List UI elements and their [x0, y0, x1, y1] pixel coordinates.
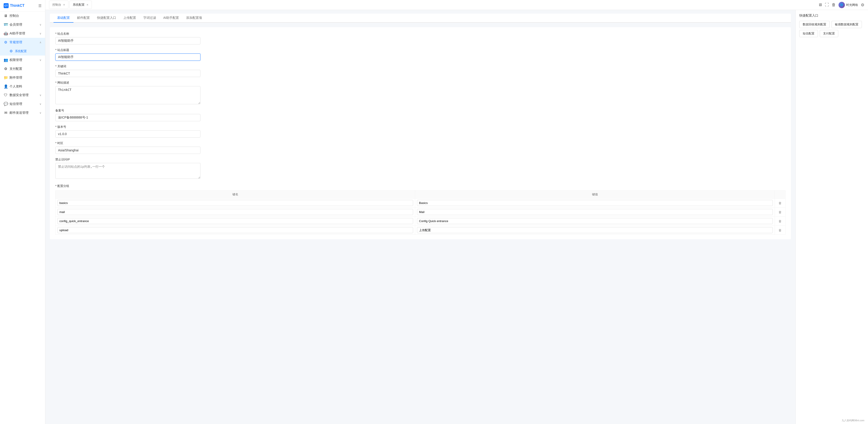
main-area: 控制台 ✕ 系统配置 ✕ 🖥 ⛶ 🗑 🌐 时光网络 ⚙ 基础配置 邮件配置	[45, 0, 868, 424]
config-value-input-3[interactable]	[417, 227, 773, 233]
config-table: 键名 键值 🗑 🗑 🗑 🗑	[55, 190, 785, 235]
config-key-input-1[interactable]	[57, 209, 413, 215]
payment-icon: ⚙	[4, 67, 8, 71]
config-value-input-0[interactable]	[417, 200, 773, 206]
config-value-input-1[interactable]	[417, 209, 773, 215]
chevron-down-icon: ∨	[39, 111, 41, 115]
sidebar-item-system-config[interactable]: ⚙ 系统配置	[0, 47, 45, 56]
table-row: 🗑	[56, 198, 785, 207]
sms-icon: 💬	[4, 102, 8, 106]
sidebar-item-sms[interactable]: 💬 短信管理 ∨	[0, 99, 45, 108]
sub-nav-basics[interactable]: 基础配置	[54, 13, 73, 23]
main-content: 基础配置 邮件配置 快捷配置入口 上传配置 字词过滤 AI助手配置 添加配置项 …	[45, 10, 796, 424]
chevron-down-icon: ∨	[39, 59, 41, 62]
permission-icon: 👥	[4, 58, 8, 62]
config-key-input-3[interactable]	[57, 227, 413, 233]
sidebar-item-console-label: 控制台	[9, 14, 19, 18]
console-icon: 🖥	[4, 14, 8, 18]
sidebar-item-datasecurity[interactable]: 🛡 数据安全管理 ∨	[0, 91, 45, 99]
sidebar-item-general[interactable]: ⚙ 常规管理 ∧	[0, 38, 45, 47]
sub-nav-quick-entrance[interactable]: 快捷配置入口	[93, 13, 120, 23]
sidebar-item-sms-label: 短信管理	[9, 102, 22, 106]
footer-text: 九八首码网98nl.com	[842, 419, 864, 422]
sidebar: CT ThinkCT ☰ 🖥 控制台 🪪 会员管理 ∨ 🤖 AI助手管理 ∨ ⚙…	[0, 0, 45, 424]
sub-nav-word-filter[interactable]: 字词过滤	[140, 13, 160, 23]
delete-row-icon-0[interactable]: 🗑	[777, 200, 783, 206]
menu-toggle-icon[interactable]: ☰	[38, 4, 41, 8]
sidebar-item-ai[interactable]: 🤖 AI助手管理 ∨	[0, 29, 45, 38]
sidebar-item-email[interactable]: ✉ 邮件发送管理 ∨	[0, 108, 45, 117]
quick-btn-0[interactable]: 数据回收规则配置	[799, 21, 830, 28]
form-group-timezone: * 时区	[55, 141, 200, 154]
ban-ip-textarea[interactable]	[55, 163, 200, 179]
fullscreen-icon[interactable]: ⛶	[825, 2, 829, 7]
beian-label: 备案号	[55, 108, 200, 112]
quick-btn-1[interactable]: 敏感数据规则配置	[832, 21, 862, 28]
logo-icon: CT	[4, 3, 9, 8]
delete-row-icon-2[interactable]: 🗑	[777, 219, 783, 224]
keywords-label: * 关键词	[55, 64, 200, 68]
description-label: * 网站描述	[55, 81, 200, 85]
table-key-header: 键名	[56, 191, 415, 198]
sub-nav-add-config[interactable]: 添加配置项	[183, 13, 206, 23]
sidebar-item-general-label: 常规管理	[9, 40, 22, 44]
sidebar-item-payment[interactable]: ⚙ 支付配置	[0, 64, 45, 73]
sub-nav-mail[interactable]: 邮件配置	[73, 13, 93, 23]
config-key-input-0[interactable]	[57, 200, 413, 206]
form-group-description: * 网站描述 ThinkCT	[55, 81, 200, 105]
general-icon: ⚙	[4, 40, 8, 44]
user-name: 时光网络	[846, 3, 858, 7]
sidebar-item-datasecurity-label: 数据安全管理	[9, 93, 29, 97]
quick-btn-3[interactable]: 支付配置	[820, 30, 838, 37]
ai-icon: 🤖	[4, 31, 8, 36]
right-panel: 快捷配置入口 数据回收规则配置敏感数据规则配置短信配置支付配置	[796, 10, 868, 424]
sidebar-item-member[interactable]: 🪪 会员管理 ∨	[0, 20, 45, 29]
sidebar-item-profile[interactable]: 👤 个人资料	[0, 82, 45, 91]
table-action-header	[775, 191, 785, 198]
beian-input[interactable]	[55, 114, 200, 121]
config-key-input-2[interactable]	[57, 218, 413, 224]
member-icon: 🪪	[4, 23, 8, 27]
monitor-icon[interactable]: 🖥	[818, 2, 822, 7]
keywords-input[interactable]	[55, 70, 200, 77]
sidebar-item-attachment-label: 附件管理	[9, 76, 22, 80]
sidebar-item-system-config-label: 系统配置	[15, 49, 27, 53]
sub-nav-ai-config[interactable]: AI助手配置	[160, 13, 183, 23]
config-value-input-2[interactable]	[417, 218, 773, 224]
form-group-site-title: * 站点标题	[55, 48, 200, 61]
profile-icon: 👤	[4, 84, 8, 89]
tab-system-config[interactable]: 系统配置 ✕	[69, 1, 92, 9]
timezone-input[interactable]	[55, 146, 200, 154]
logo-text: ThinkCT	[10, 4, 25, 8]
chevron-down-icon: ∨	[39, 94, 41, 97]
site-name-input[interactable]	[55, 37, 200, 44]
tab-console-close[interactable]: ✕	[63, 3, 65, 6]
tab-console[interactable]: 控制台 ✕	[49, 1, 68, 9]
chevron-down-icon: ∨	[39, 102, 41, 106]
quick-btn-2[interactable]: 短信配置	[799, 30, 818, 37]
tab-system-config-close[interactable]: ✕	[86, 3, 88, 6]
settings-icon[interactable]: ⚙	[861, 2, 864, 7]
delete-icon[interactable]: 🗑	[832, 2, 836, 7]
description-textarea[interactable]: ThinkCT	[55, 86, 200, 104]
attachment-icon: 📁	[4, 75, 8, 80]
sidebar-item-console[interactable]: 🖥 控制台	[0, 11, 45, 20]
version-input[interactable]	[55, 130, 200, 137]
user-info[interactable]: 🌐 时光网络	[839, 2, 858, 8]
delete-row-icon-1[interactable]: 🗑	[777, 209, 783, 215]
sidebar-item-email-label: 邮件发送管理	[9, 111, 29, 115]
table-row: 🗑	[56, 226, 785, 235]
sidebar-item-profile-label: 个人资料	[9, 85, 22, 89]
sidebar-item-attachment[interactable]: 📁 附件管理	[0, 73, 45, 82]
site-title-input[interactable]	[55, 54, 200, 61]
form-group-ban-ip: 禁止访问IP	[55, 158, 200, 180]
logo: CT ThinkCT	[4, 3, 25, 8]
timezone-label: * 时区	[55, 141, 200, 145]
tab-bar: 控制台 ✕ 系统配置 ✕	[45, 0, 95, 10]
sidebar-item-payment-label: 支付配置	[9, 67, 22, 71]
config-section: * 配置分组 键名 键值 🗑 🗑	[55, 184, 785, 235]
delete-row-icon-3[interactable]: 🗑	[777, 228, 783, 233]
avatar: 🌐	[839, 2, 845, 8]
sidebar-item-permission[interactable]: 👥 权限管理 ∨	[0, 56, 45, 64]
sub-nav-upload[interactable]: 上传配置	[120, 13, 140, 23]
